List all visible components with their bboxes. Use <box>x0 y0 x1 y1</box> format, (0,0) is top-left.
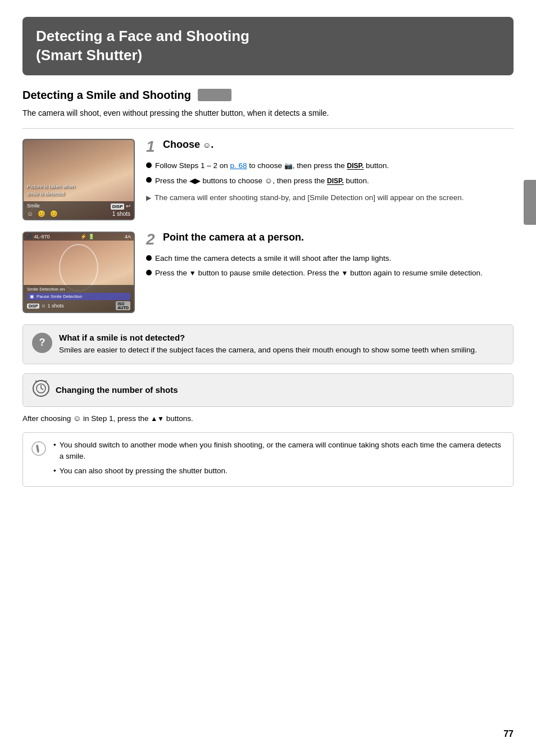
step1-smile-symbol: ☺ <box>203 141 211 150</box>
step1-smile2: ☺ <box>265 176 272 185</box>
step1-bullet2: Press the ◀▶ buttons to choose ☺, then p… <box>146 175 514 187</box>
screen1-overlay-text: Picture is taken whensmile is detected <box>27 183 75 197</box>
title-box: Detecting a Face and Shooting (Smart Shu… <box>22 17 514 75</box>
note-bullet-2: You can also shoot by pressing the shutt… <box>53 465 505 477</box>
info-box-content: What if a smile is not detected? Smiles … <box>59 333 477 356</box>
step2-image: ⬛ 4L-870 ⚡ 🔋 4A Smile Detection on ▣ Pau… <box>22 232 135 313</box>
info-icon: ? <box>32 333 52 353</box>
screen2-top-left: ⬛ 4L-870 <box>26 234 50 239</box>
divider <box>22 128 514 129</box>
screen2-bg: ⬛ 4L-870 ⚡ 🔋 4A Smile Detection on ▣ Pau… <box>24 233 134 312</box>
svg-line-4 <box>35 381 37 382</box>
feature-icon <box>32 379 50 401</box>
feature-title: Changing the number of shots <box>56 385 178 395</box>
step1-number: 1 <box>146 139 157 155</box>
feature-text-line: After choosing ☺ in Step 1, press the ▲▼… <box>22 413 514 424</box>
step1-header: 1 Choose ☺. <box>146 139 514 155</box>
screen1-smile-label: Smile <box>27 203 40 209</box>
screen2-top: ⬛ 4L-870 ⚡ 🔋 4A <box>24 233 134 241</box>
section-heading-bar <box>198 89 231 101</box>
step2-bullet1: Each time the camera detects a smile it … <box>146 253 514 264</box>
feature-box: Changing the number of shots <box>22 373 514 407</box>
step1-link[interactable]: p. 68 <box>230 161 247 170</box>
step1-bullet1-text: Follow Steps 1 – 2 on p. 68 to choose 📷,… <box>155 160 389 171</box>
side-tab <box>524 180 536 225</box>
screen2-top-right: 4A <box>125 234 131 239</box>
arrow-lr-icon: ◀▶ <box>189 176 201 185</box>
screen1-bottom: Smile DISP ↩ ☺ 😊 😊 1 shots <box>24 201 134 219</box>
note-bullet-2-text: You can also shoot by pressing the shutt… <box>60 465 228 477</box>
bullet-dot-2 <box>146 177 152 183</box>
step1-bullet1: Follow Steps 1 – 2 on p. 68 to choose 📷,… <box>146 160 514 171</box>
step2-title: Point the camera at a person. <box>163 232 304 243</box>
info-box-text: Smiles are easier to detect if the subje… <box>59 345 477 356</box>
screen1-bg: Picture is taken whensmile is detected S… <box>24 140 134 219</box>
section-intro: The camera will shoot, even without pres… <box>22 107 514 119</box>
bullet-dot-1 <box>146 162 152 168</box>
step2-bullet2: Press the ▼ button to pause smile detect… <box>146 268 514 279</box>
screen2-disp: DISP ☺ 1 shots <box>27 303 64 309</box>
svg-line-3 <box>41 388 43 390</box>
note-pencil-icon <box>31 441 47 460</box>
note-bullet-1: You should switch to another mode when y… <box>53 440 505 463</box>
info-box: ? What if a smile is not detected? Smile… <box>22 324 514 364</box>
updown-arrows-icon: ▲▼ <box>151 415 164 423</box>
iso-badge: ISOAUTO <box>116 301 130 310</box>
step2-content: 2 Point the camera at a person. Each tim… <box>146 232 514 313</box>
page-wrapper: Detecting a Face and Shooting (Smart Shu… <box>0 0 536 756</box>
screen1-icon2: 😊 <box>38 210 46 218</box>
bullet-dot-4 <box>146 270 152 275</box>
step1-bullets: Follow Steps 1 – 2 on p. 68 to choose 📷,… <box>146 160 514 187</box>
step2-bullet2-text: Press the ▼ button to pause smile detect… <box>155 268 483 279</box>
step2-bullet1-text: Each time the camera detects a smile it … <box>155 253 391 264</box>
feature-smile-symbol: ☺ <box>73 414 81 423</box>
screen2-bottom: Smile Detection on ▣ Pause Smile Detecti… <box>24 285 134 312</box>
screen1-disp-badge: DISP ↩ <box>111 203 130 209</box>
screen1-row2: ☺ 😊 😊 1 shots <box>27 210 130 218</box>
bullet-dot-3 <box>146 255 152 261</box>
screen2-row-bottom: DISP ☺ 1 shots ISOAUTO <box>27 301 130 310</box>
step2-header: 2 Point the camera at a person. <box>146 232 514 247</box>
down-arrow-icon-1: ▼ <box>189 269 196 277</box>
pause-icon: ▣ <box>30 294 34 299</box>
step1-content: 1 Choose ☺. Follow Steps 1 – 2 on p. 68 … <box>146 139 514 220</box>
screen2-pause-btn: ▣ Pause Smile Detection <box>27 293 130 300</box>
camera-screen-2: ⬛ 4L-870 ⚡ 🔋 4A Smile Detection on ▣ Pau… <box>22 232 135 313</box>
note-bullets: You should switch to another mode when y… <box>53 440 505 479</box>
step1-note-text: The camera will enter shooting stand-by,… <box>155 192 464 203</box>
screen1-shots: 1 shots <box>112 211 130 217</box>
note-bullet-1-text: You should switch to another mode when y… <box>60 440 505 463</box>
triangle-icon-1: ▶ <box>146 193 151 203</box>
svg-marker-8 <box>37 451 39 454</box>
step1-disp1: DISP. <box>347 162 364 170</box>
camera-timer-icon <box>32 379 50 397</box>
screen1-row1: Smile DISP ↩ <box>27 203 130 209</box>
section-title: Detecting a Smile and Shooting <box>22 89 191 102</box>
step1-row: Picture is taken whensmile is detected S… <box>22 139 514 220</box>
down-arrow-icon-2: ▼ <box>342 269 348 277</box>
pencil-svg <box>31 441 47 456</box>
note-box: You should switch to another mode when y… <box>22 432 514 487</box>
screen2-top-icons: ⚡ 🔋 <box>80 234 94 239</box>
svg-rect-7 <box>36 445 39 452</box>
step1-title: Choose ☺. <box>163 139 214 151</box>
screen2-smile-on: Smile Detection on <box>27 287 130 292</box>
step2-row: ⬛ 4L-870 ⚡ 🔋 4A Smile Detection on ▣ Pau… <box>22 232 514 313</box>
step1-bullet2-text: Press the ◀▶ buttons to choose ☺, then p… <box>155 175 369 187</box>
step2-number: 2 <box>146 232 157 247</box>
svg-line-5 <box>46 381 47 382</box>
camera-screen-1: Picture is taken whensmile is detected S… <box>22 139 135 220</box>
screen1-smile-icon: ☺ <box>27 210 33 217</box>
section-heading: Detecting a Smile and Shooting <box>22 89 514 102</box>
step1-disp2: DISP. <box>327 177 344 185</box>
pause-label: Pause Smile Detection <box>37 294 82 299</box>
step1-image: Picture is taken whensmile is detected S… <box>22 139 135 220</box>
feature-content: Changing the number of shots <box>56 385 178 395</box>
info-box-title: What if a smile is not detected? <box>59 333 477 342</box>
page-title: Detecting a Face and Shooting (Smart Shu… <box>36 27 500 65</box>
screen1-icon3: 😊 <box>50 210 58 218</box>
step1-note: ▶ The camera will enter shooting stand-b… <box>146 192 514 203</box>
page-number: 77 <box>503 729 514 739</box>
step2-bullets: Each time the camera detects a smile it … <box>146 253 514 279</box>
